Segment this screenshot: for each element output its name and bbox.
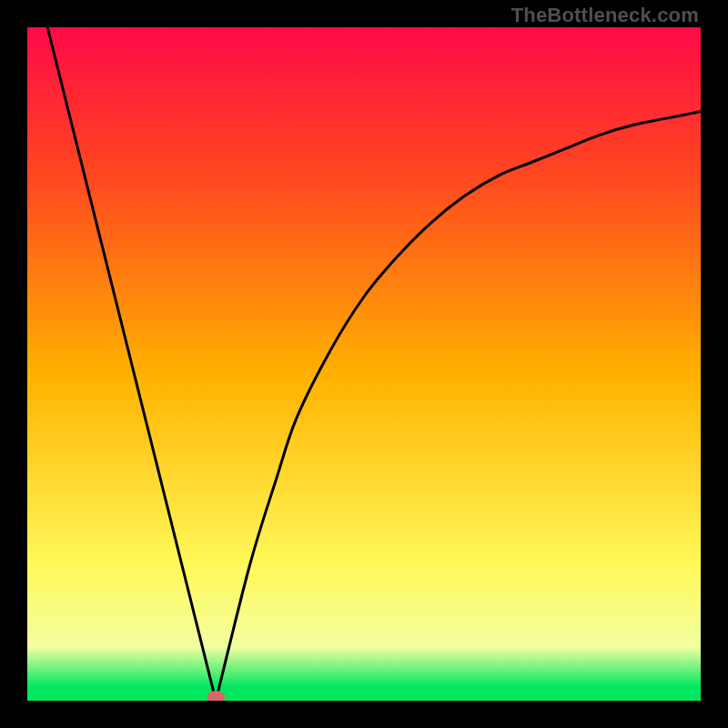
chart-svg <box>27 27 701 701</box>
chart-frame: TheBottleneck.com <box>0 0 728 728</box>
gradient-background <box>27 27 701 701</box>
watermark-text: TheBottleneck.com <box>511 4 699 27</box>
plot-area <box>27 27 701 701</box>
